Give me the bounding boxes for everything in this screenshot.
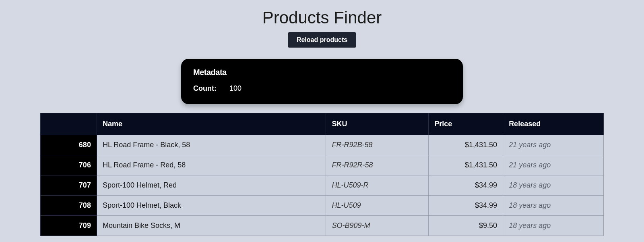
cell-id: 707 bbox=[41, 175, 97, 196]
cell-sku: SO-B909-M bbox=[326, 216, 429, 236]
metadata-count-row: Count: 100 bbox=[193, 84, 451, 93]
cell-sku: FR-R92B-58 bbox=[326, 135, 429, 155]
cell-name: HL Road Frame - Red, 58 bbox=[97, 155, 326, 175]
cell-price: $34.99 bbox=[429, 196, 503, 216]
cell-released: 21 years ago bbox=[503, 155, 604, 175]
cell-price: $34.99 bbox=[429, 175, 503, 196]
cell-sku: HL-U509-R bbox=[326, 175, 429, 196]
cell-id: 709 bbox=[41, 216, 97, 236]
cell-name: Sport-100 Helmet, Red bbox=[97, 175, 326, 196]
column-header-id[interactable] bbox=[41, 113, 97, 135]
products-table: Name SKU Price Released 680 HL Road Fram… bbox=[40, 113, 604, 236]
cell-id: 680 bbox=[41, 135, 97, 155]
page-title: Products Finder bbox=[262, 8, 382, 27]
cell-price: $1,431.50 bbox=[429, 155, 503, 175]
cell-released: 18 years ago bbox=[503, 216, 604, 236]
table-header-row: Name SKU Price Released bbox=[41, 113, 604, 135]
cell-id: 708 bbox=[41, 196, 97, 216]
column-header-released[interactable]: Released bbox=[503, 113, 604, 135]
metadata-title: Metadata bbox=[193, 68, 451, 77]
column-header-sku[interactable]: SKU bbox=[326, 113, 429, 135]
cell-released: 18 years ago bbox=[503, 175, 604, 196]
table-row: 709 Mountain Bike Socks, M SO-B909-M $9.… bbox=[41, 216, 604, 236]
metadata-count-value: 100 bbox=[229, 84, 242, 93]
column-header-name[interactable]: Name bbox=[97, 113, 326, 135]
cell-name: HL Road Frame - Black, 58 bbox=[97, 135, 326, 155]
column-header-price[interactable]: Price bbox=[429, 113, 503, 135]
metadata-panel: Metadata Count: 100 bbox=[181, 59, 463, 104]
cell-price: $1,431.50 bbox=[429, 135, 503, 155]
table-row: 708 Sport-100 Helmet, Black HL-U509 $34.… bbox=[41, 196, 604, 216]
cell-sku: HL-U509 bbox=[326, 196, 429, 216]
reload-products-button[interactable]: Reload products bbox=[288, 32, 356, 48]
cell-id: 706 bbox=[41, 155, 97, 175]
metadata-count-label: Count: bbox=[193, 84, 229, 93]
cell-released: 21 years ago bbox=[503, 135, 604, 155]
cell-released: 18 years ago bbox=[503, 196, 604, 216]
cell-name: Sport-100 Helmet, Black bbox=[97, 196, 326, 216]
cell-name: Mountain Bike Socks, M bbox=[97, 216, 326, 236]
table-row: 680 HL Road Frame - Black, 58 FR-R92B-58… bbox=[41, 135, 604, 155]
table-row: 707 Sport-100 Helmet, Red HL-U509-R $34.… bbox=[41, 175, 604, 196]
cell-sku: FR-R92R-58 bbox=[326, 155, 429, 175]
cell-price: $9.50 bbox=[429, 216, 503, 236]
table-row: 706 HL Road Frame - Red, 58 FR-R92R-58 $… bbox=[41, 155, 604, 175]
